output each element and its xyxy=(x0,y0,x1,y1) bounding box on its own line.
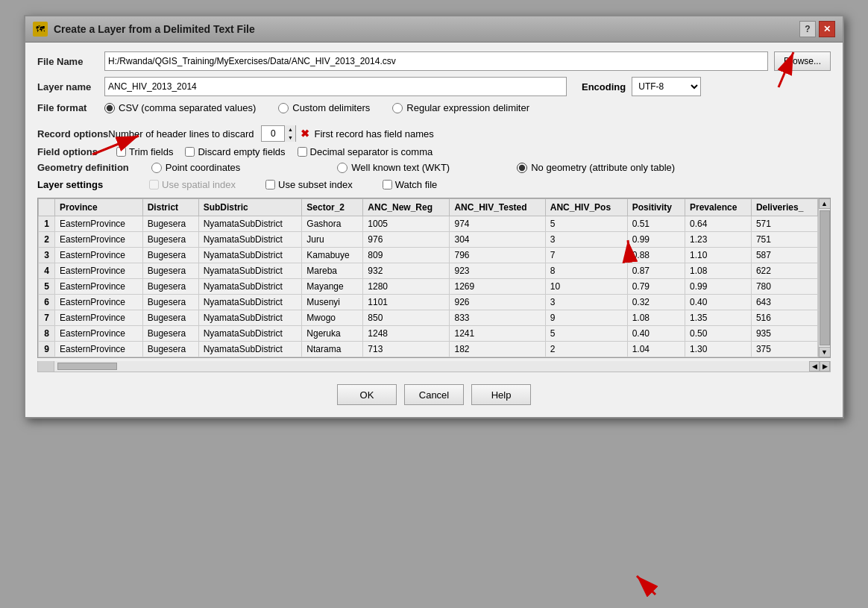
help-title-button[interactable]: ? xyxy=(799,21,816,37)
h-scrollbar[interactable] xyxy=(54,361,809,372)
v-scrollbar[interactable]: ▲ ▼ xyxy=(818,198,830,357)
cell-7: 5 xyxy=(545,326,627,342)
cell-1: EasternProvince xyxy=(55,295,143,310)
col-header-subdistrict: SubDistric xyxy=(198,199,302,216)
trim-fields-input[interactable] xyxy=(116,147,126,157)
file-format-label: File format xyxy=(37,102,104,113)
spatial-index-input[interactable] xyxy=(149,180,159,189)
discard-empty-checkbox[interactable]: Discard empty fields xyxy=(185,146,285,157)
wkt-radio[interactable] xyxy=(337,163,347,173)
regex-radio-item[interactable]: Regular expression delimiter xyxy=(392,102,529,113)
row-number: 2 xyxy=(39,232,55,248)
cell-1: EasternProvince xyxy=(55,326,143,342)
subset-index-input[interactable] xyxy=(265,180,275,189)
csv-radio[interactable] xyxy=(104,103,115,113)
cell-5: 1280 xyxy=(363,279,450,295)
dialog-content: File Name Browse... Layer name Encoding … xyxy=(25,43,843,417)
watch-file-checkbox[interactable]: Watch file xyxy=(383,179,438,190)
watch-file-label: Watch file xyxy=(395,179,438,190)
cell-9: 1.23 xyxy=(685,232,751,248)
cell-7: 8 xyxy=(545,263,627,279)
spin-down[interactable]: ▼ xyxy=(285,134,295,142)
cell-9: 0.99 xyxy=(685,279,751,295)
discard-empty-input[interactable] xyxy=(185,147,195,157)
close-button[interactable]: ✕ xyxy=(819,21,835,37)
row-number: 1 xyxy=(39,216,55,232)
cell-1: EasternProvince xyxy=(55,216,143,232)
layer-name-input[interactable] xyxy=(104,77,567,96)
cell-6: 923 xyxy=(450,263,545,279)
cell-3: NyamataSubDistrict xyxy=(198,216,302,232)
csv-radio-item[interactable]: CSV (comma separated values) xyxy=(104,102,256,113)
dialog: 🗺 Create a Layer from a Delimited Text F… xyxy=(24,15,844,419)
col-header-anc-pos: ANC_HIV_Pos xyxy=(545,199,627,216)
cell-1: EasternProvince xyxy=(55,232,143,248)
h-scroll-thumb[interactable] xyxy=(57,363,117,370)
col-header-district: District xyxy=(142,199,198,216)
scroll-left-arrow[interactable]: ◀ xyxy=(809,361,820,372)
custom-label: Custom delimiters xyxy=(292,102,370,113)
wkt-radio-item[interactable]: Well known text (WKT) xyxy=(337,162,450,173)
cell-10: 643 xyxy=(751,295,817,310)
custom-radio-item[interactable]: Custom delimiters xyxy=(278,102,370,113)
custom-radio[interactable] xyxy=(278,103,289,113)
decimal-comma-checkbox[interactable]: Decimal separator is comma xyxy=(298,146,433,157)
cell-10: 375 xyxy=(751,342,817,357)
point-coords-radio[interactable] xyxy=(151,163,162,173)
cell-7: 3 xyxy=(545,295,627,310)
svg-line-4 xyxy=(637,576,655,595)
col-header-province: Province xyxy=(55,199,143,216)
first-record-checkbox-item[interactable]: First record has field names xyxy=(314,128,433,140)
cell-5: 976 xyxy=(363,232,450,248)
decimal-comma-input[interactable] xyxy=(298,147,307,157)
ok-button[interactable]: OK xyxy=(337,384,397,405)
spatial-index-checkbox[interactable]: Use spatial index xyxy=(149,179,236,190)
cell-10: 587 xyxy=(751,248,817,263)
point-coords-radio-item[interactable]: Point coordinates xyxy=(151,162,240,173)
file-format-radio-group: CSV (comma separated values) Custom deli… xyxy=(104,102,529,113)
cell-10: 516 xyxy=(751,310,817,326)
table-row: 8EasternProvinceBugeseraNyamataSubDistri… xyxy=(39,326,818,342)
no-geom-radio-item[interactable]: No geometry (attribute only table) xyxy=(517,162,675,173)
browse-button[interactable]: Browse... xyxy=(774,51,831,71)
header-lines-label: Number of header lines to discard xyxy=(108,128,254,140)
cell-2: Bugesera xyxy=(142,263,198,279)
layer-settings-row: Layer settings Use spatial index Use sub… xyxy=(37,179,831,190)
file-name-row: File Name Browse... xyxy=(37,51,831,71)
subset-index-checkbox[interactable]: Use subset index xyxy=(265,179,353,190)
x-icon: ✖ xyxy=(301,128,309,140)
cancel-button[interactable]: Cancel xyxy=(404,384,464,405)
cell-4: Ntarama xyxy=(302,342,363,357)
spin-up[interactable]: ▲ xyxy=(285,125,295,134)
table-row: 7EasternProvinceBugeseraNyamataSubDistri… xyxy=(39,310,818,326)
cell-2: Bugesera xyxy=(142,248,198,263)
encoding-select[interactable]: UTF-8 ISO-8859-1 ASCII xyxy=(632,77,701,96)
help-button[interactable]: Help xyxy=(471,384,531,405)
header-lines-spinner[interactable]: ▲ ▼ xyxy=(261,125,296,142)
record-options-row: Record options Number of header lines to… xyxy=(37,125,831,142)
cell-4: Mwogo xyxy=(302,310,363,326)
col-header-positivity: Positivity xyxy=(627,199,685,216)
v-scroll-thumb[interactable] xyxy=(820,210,830,345)
cell-4: Juru xyxy=(302,232,363,248)
col-header-prevalence: Prevalence xyxy=(685,199,751,216)
watch-file-input[interactable] xyxy=(383,180,392,189)
cell-4: Mareba xyxy=(302,263,363,279)
header-lines-value[interactable] xyxy=(262,128,284,139)
trim-fields-checkbox[interactable]: Trim fields xyxy=(116,146,173,157)
regex-radio[interactable] xyxy=(392,103,403,113)
cell-8: 0.88 xyxy=(627,248,685,263)
scroll-up-arrow[interactable]: ▲ xyxy=(819,198,831,209)
file-name-input[interactable] xyxy=(104,51,768,71)
row-number: 8 xyxy=(39,326,55,342)
scroll-down-arrow[interactable]: ▼ xyxy=(819,347,831,357)
no-geom-radio[interactable] xyxy=(517,163,527,173)
scroll-right-arrow[interactable]: ▶ xyxy=(820,361,830,372)
cell-2: Bugesera xyxy=(142,216,198,232)
row-number: 4 xyxy=(39,263,55,279)
cell-3: NyamataSubDistrict xyxy=(198,248,302,263)
record-options-label: Record options xyxy=(37,128,108,140)
cell-7: 5 xyxy=(545,216,627,232)
col-header-deliveries: Deliveries_ xyxy=(751,199,817,216)
cell-8: 0.32 xyxy=(627,295,685,310)
